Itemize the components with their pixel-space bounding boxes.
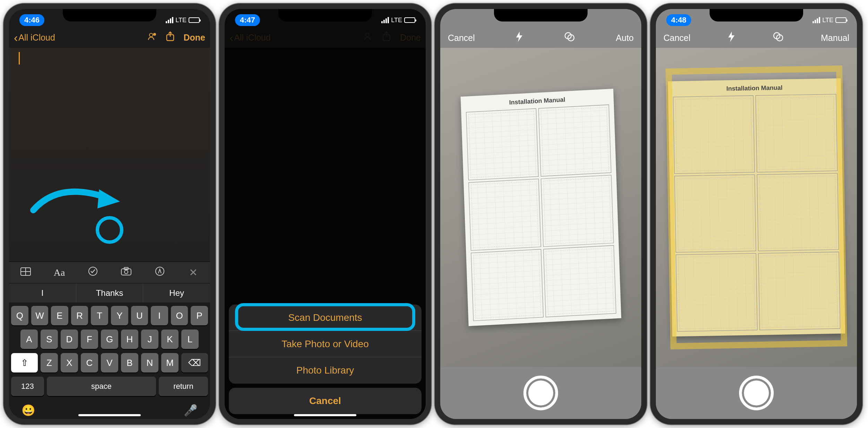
- key-a[interactable]: A: [20, 329, 38, 349]
- camera-icon[interactable]: [119, 267, 134, 278]
- signal-icon: [813, 17, 820, 23]
- key-g[interactable]: G: [101, 329, 118, 349]
- status-time-recording[interactable]: 4:46: [19, 14, 44, 26]
- dictation-mic-icon[interactable]: 🎤: [184, 404, 198, 417]
- key-i[interactable]: I: [151, 306, 168, 325]
- checklist-icon[interactable]: [85, 266, 101, 279]
- share-icon[interactable]: [166, 31, 175, 44]
- capture-mode-toggle[interactable]: Auto: [616, 33, 634, 43]
- notes-toolbar: Aa ✕: [9, 262, 210, 283]
- key-o[interactable]: O: [171, 306, 188, 325]
- key-e[interactable]: E: [51, 306, 68, 325]
- notch-cutout: [278, 9, 372, 22]
- markup-icon[interactable]: [152, 266, 167, 279]
- screen-notes-editor: 4:46 LTE ‹ All iCloud Done: [9, 9, 210, 419]
- scan-documents-button[interactable]: Scan Documents: [229, 305, 422, 331]
- table-icon[interactable]: [18, 267, 33, 278]
- detected-document: Installation Manual: [460, 88, 621, 326]
- back-label: All iCloud: [18, 33, 55, 43]
- keyboard: Q W E R T Y U I O P A S D F G H J K L: [9, 302, 210, 419]
- signal-icon: [166, 17, 173, 23]
- tutorial-arrow: [30, 179, 134, 221]
- key-shift[interactable]: ⇧: [11, 353, 38, 373]
- key-y[interactable]: Y: [111, 306, 128, 325]
- key-c[interactable]: C: [81, 353, 98, 373]
- phone-4: 4:48 LTE Cancel Manual Installation Manu…: [650, 3, 862, 425]
- key-n[interactable]: N: [141, 353, 158, 373]
- key-f[interactable]: F: [81, 329, 98, 349]
- camera-viewfinder[interactable]: Installation Manual: [656, 48, 857, 367]
- key-q[interactable]: Q: [11, 306, 28, 325]
- carrier-label: LTE: [175, 17, 186, 24]
- status-time-recording[interactable]: 4:47: [235, 14, 260, 26]
- home-indicator[interactable]: [294, 414, 356, 416]
- take-photo-button[interactable]: Take Photo or Video: [229, 331, 422, 357]
- home-indicator[interactable]: [510, 414, 572, 416]
- key-backspace[interactable]: ⌫: [181, 353, 208, 373]
- shutter-button[interactable]: [523, 376, 558, 410]
- signal-icon: [381, 17, 389, 23]
- svg-marker-21: [728, 32, 735, 42]
- key-m[interactable]: M: [161, 353, 179, 373]
- key-v[interactable]: V: [101, 353, 118, 373]
- key-123[interactable]: 123: [11, 377, 44, 396]
- key-s[interactable]: S: [41, 329, 58, 349]
- key-r[interactable]: R: [71, 306, 88, 325]
- emoji-button[interactable]: 😀: [21, 404, 35, 417]
- key-j[interactable]: J: [141, 329, 158, 349]
- scanner-bottom-bar: [440, 367, 641, 419]
- flash-icon[interactable]: [515, 32, 523, 44]
- key-t[interactable]: T: [91, 306, 108, 325]
- back-button[interactable]: ‹ All iCloud: [14, 33, 55, 43]
- camera-action-sheet: Scan Documents Take Photo or Video Photo…: [229, 305, 422, 414]
- shutter-button[interactable]: [739, 376, 774, 410]
- key-k[interactable]: K: [161, 329, 179, 349]
- notes-navbar: ‹ All iCloud Done: [9, 28, 210, 48]
- key-l[interactable]: L: [181, 329, 199, 349]
- close-toolbar-icon[interactable]: ✕: [186, 266, 201, 279]
- screen-scanner-manual: 4:48 LTE Cancel Manual Installation Manu…: [656, 9, 857, 419]
- home-indicator[interactable]: [78, 414, 141, 416]
- document-diagram-grid: [466, 104, 616, 321]
- detected-document-highlighted: Installation Manual: [668, 78, 845, 337]
- scanner-navbar: Cancel Manual: [656, 28, 857, 48]
- battery-icon: [404, 17, 415, 23]
- done-button[interactable]: Done: [184, 33, 206, 43]
- key-p[interactable]: P: [191, 306, 208, 325]
- filter-icon[interactable]: [564, 32, 575, 44]
- svg-marker-18: [516, 32, 522, 42]
- carrier-label: LTE: [822, 17, 833, 24]
- key-b[interactable]: B: [121, 353, 138, 373]
- capture-mode-toggle[interactable]: Manual: [821, 33, 849, 43]
- key-x[interactable]: X: [61, 353, 78, 373]
- text-style-icon[interactable]: Aa: [52, 267, 67, 278]
- cancel-button[interactable]: Cancel: [448, 33, 475, 43]
- notch-cutout: [494, 9, 588, 22]
- flash-icon[interactable]: [728, 32, 735, 44]
- status-time-recording[interactable]: 4:48: [666, 14, 691, 26]
- suggestion-3[interactable]: Hey: [143, 283, 210, 302]
- filter-icon[interactable]: [773, 32, 784, 44]
- battery-icon: [189, 17, 200, 23]
- key-space[interactable]: space: [47, 377, 156, 396]
- scanner-bottom-bar: [656, 367, 857, 419]
- screen-scanner-auto: Cancel Auto Installation Manual: [440, 9, 641, 419]
- suggestion-1[interactable]: I: [9, 283, 76, 302]
- cancel-button[interactable]: Cancel: [663, 33, 691, 43]
- notch-cutout: [710, 9, 803, 22]
- key-z[interactable]: Z: [41, 353, 58, 373]
- key-u[interactable]: U: [131, 306, 148, 325]
- note-body[interactable]: [9, 48, 210, 262]
- phone-3: Cancel Auto Installation Manual: [435, 3, 647, 425]
- home-indicator[interactable]: [725, 414, 788, 416]
- key-return[interactable]: return: [159, 377, 208, 396]
- key-w[interactable]: W: [31, 306, 49, 325]
- svg-point-0: [149, 33, 153, 37]
- photo-library-button[interactable]: Photo Library: [229, 357, 422, 384]
- sheet-cancel-button[interactable]: Cancel: [229, 388, 422, 414]
- key-h[interactable]: H: [121, 329, 138, 349]
- add-person-icon[interactable]: [147, 32, 157, 43]
- camera-viewfinder[interactable]: Installation Manual: [440, 48, 641, 367]
- key-d[interactable]: D: [61, 329, 78, 349]
- suggestion-2[interactable]: Thanks: [76, 283, 144, 302]
